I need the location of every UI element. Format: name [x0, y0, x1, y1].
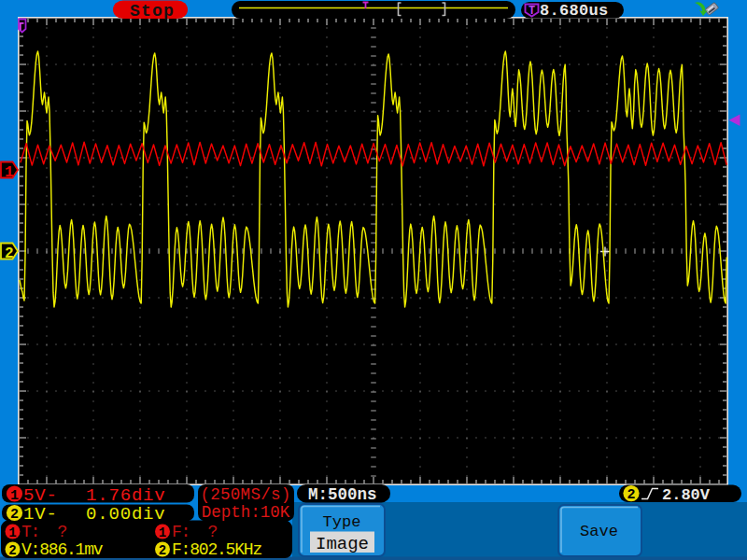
svg-text:2.80V: 2.80V	[662, 486, 711, 504]
svg-text:V:886.1mv: V:886.1mv	[21, 540, 104, 559]
svg-text:2: 2	[8, 543, 16, 558]
svg-text:1: 1	[10, 488, 19, 504]
svg-text:8.680us: 8.680us	[540, 2, 609, 20]
svg-text:(250MS/s): (250MS/s)	[200, 485, 290, 504]
svg-text:1.76div: 1.76div	[86, 485, 165, 506]
svg-text:1: 1	[5, 164, 14, 181]
svg-text:Save: Save	[580, 523, 618, 540]
svg-text:1: 1	[159, 525, 166, 540]
svg-text:0.00div: 0.00div	[86, 504, 165, 525]
svg-text:1V-: 1V-	[23, 504, 58, 525]
svg-text:2: 2	[159, 543, 166, 558]
svg-text:Stop: Stop	[130, 2, 175, 21]
svg-text:5V-: 5V-	[23, 485, 58, 506]
svg-text:M:500ns: M:500ns	[308, 485, 377, 504]
svg-text:Depth:10K: Depth:10K	[202, 503, 290, 522]
svg-text:Type: Type	[323, 513, 361, 531]
svg-text:T: ?: T: ?	[21, 523, 66, 541]
svg-text:2: 2	[5, 245, 14, 262]
svg-text:F:802.5KHz: F:802.5KHz	[172, 540, 261, 559]
svg-text:2: 2	[10, 507, 19, 523]
svg-text:Image: Image	[316, 534, 369, 554]
svg-text:F: ?: F: ?	[172, 523, 217, 541]
svg-text:T: T	[529, 5, 535, 18]
svg-text:2: 2	[627, 487, 635, 503]
svg-text:1: 1	[8, 525, 16, 540]
